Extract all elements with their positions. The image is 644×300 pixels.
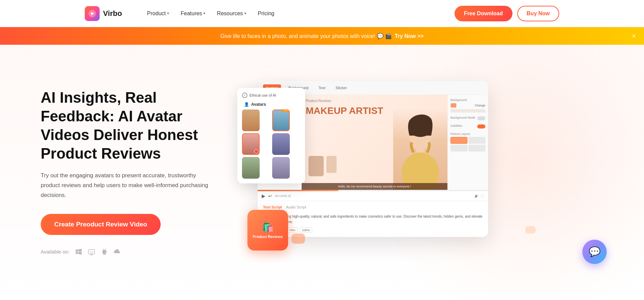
panel-bg-row: Change — [450, 103, 485, 108]
promo-banner: Give life to faces in a photo, and anima… — [0, 27, 644, 45]
panel-bg-mode-label: Background Mode — [450, 116, 475, 119]
nav-item-pricing[interactable]: Pricing — [253, 8, 279, 19]
playback-bar[interactable] — [258, 190, 488, 191]
nav-item-product[interactable]: Product ▾ — [142, 8, 174, 19]
hero-left: AI Insights, Real Feedback: AI Avatar Vi… — [41, 88, 217, 257]
nav-resources-label: Resources — [217, 11, 243, 17]
toolbar-tab-sticker[interactable]: Sticker — [333, 84, 350, 91]
chevron-down-icon: ▾ — [167, 11, 169, 16]
buy-now-button[interactable]: Buy Now — [517, 6, 559, 21]
change-label[interactable]: Change — [475, 104, 485, 107]
logo-text: Virbo — [103, 9, 122, 18]
panel-color-swatch[interactable] — [450, 103, 457, 108]
chat-bubble-right — [525, 226, 536, 234]
panel-bg-label: Background — [450, 98, 485, 102]
script-controls: Speed 1.0× +0% 100% — [263, 227, 483, 233]
fanny-badge: Fanny — [281, 109, 290, 112]
layout-option-1[interactable] — [450, 137, 467, 144]
avatar-thumb[interactable]: Fanny — [272, 109, 290, 131]
avatars-title: 👤 Avatars — [242, 102, 300, 109]
panel-bg-section: Background Change — [450, 98, 485, 113]
hero-subtitle: Try out the engaging avatars to present … — [41, 171, 217, 200]
avatar-grid: Fanny — [242, 109, 300, 179]
ui-secondary-card: ✓ Ethical use of AI 👤 Avatars Fanny — [237, 88, 305, 183]
avatar-thumb[interactable] — [272, 157, 290, 179]
toolbar-tab-text[interactable]: Text — [316, 84, 328, 91]
preview-title: MAKEUP ARTIST — [306, 105, 383, 117]
layout-option-2[interactable] — [468, 137, 485, 144]
svg-text:OS: OS — [90, 251, 93, 253]
ethical-label: Ethical use of AI — [249, 93, 276, 97]
nav-actions: Free Download Buy Now — [455, 6, 559, 21]
panel-subtitles-row: Subtitles — [450, 124, 485, 129]
logo-area[interactable]: Virbo — [85, 6, 122, 21]
layout-preview — [450, 137, 485, 152]
script-tabs: Text Script Audio Script — [263, 205, 483, 211]
svg-point-4 — [103, 248, 104, 249]
nav-links: Product ▾ Features ▾ Resources ▾ Pricing — [142, 8, 441, 19]
android-icon — [100, 247, 109, 257]
hero-right: ✓ Ethical use of AI 👤 Avatars Fanny — [237, 74, 603, 271]
panel-subtitles-label: Subtitles — [450, 124, 462, 127]
nav-features-label: Features — [181, 11, 202, 17]
avatar-thumb[interactable] — [242, 157, 260, 179]
audio-script-tab[interactable]: Audio Script — [286, 205, 306, 211]
preview-category-label: Product Reviews — [306, 99, 331, 103]
macos-icon: OS — [87, 247, 96, 257]
windows-icon — [74, 247, 83, 257]
bg-mode-toggle[interactable] — [477, 116, 485, 120]
hero-title: AI Insights, Real Feedback: AI Avatar Vi… — [41, 88, 217, 163]
volume-btn[interactable]: 100% — [300, 227, 312, 233]
play-button[interactable]: ▶ — [262, 193, 265, 199]
card-right-panel: Background Change Background Mode — [447, 95, 488, 190]
logo-icon — [85, 6, 100, 21]
avatar-thumb[interactable] — [272, 133, 290, 155]
video-caption: Hello, let me recommend beauty secrets t… — [302, 183, 447, 190]
available-on: Available on: OS — [41, 247, 217, 257]
layout-option-3[interactable] — [450, 145, 467, 152]
pitch-btn[interactable]: +0% — [287, 227, 298, 233]
avatar-thumb[interactable] — [242, 133, 260, 155]
playback-time: 00:14/05:25 — [275, 194, 291, 198]
create-video-button[interactable]: Create Preoduct Review Video — [41, 214, 161, 235]
panel-bg-mode-section: Background Mode — [450, 116, 485, 121]
product-reviews-icon: 🛍️ — [262, 221, 274, 233]
playback-progress — [258, 190, 338, 191]
web-icon — [113, 247, 122, 257]
card-preview: Product Reviews MAKEUP ARTIST — [302, 95, 447, 190]
banner-message: Give life to faces in a photo, and anima… — [220, 33, 392, 39]
chat-bubble-left — [291, 234, 305, 244]
ethical-icon: ✓ — [242, 93, 247, 98]
script-content: Focus on selecting high-quality, natural… — [263, 214, 483, 225]
rewind-button[interactable]: ↩ — [268, 193, 272, 199]
hero-section: AI Insights, Real Feedback: AI Avatar Vi… — [0, 45, 644, 300]
fullscreen-icon[interactable]: ⛶ — [481, 194, 484, 198]
panel-layout-label: Picture Layout — [450, 132, 485, 136]
free-download-button[interactable]: Free Download — [455, 6, 512, 21]
svg-point-5 — [105, 248, 106, 249]
navbar: Virbo Product ▾ Features ▾ Resources ▾ P… — [0, 0, 644, 27]
svg-rect-3 — [103, 253, 106, 255]
panel-subtitles-section: Subtitles — [450, 124, 485, 129]
card-script-area: Text Script Audio Script Focus on select… — [258, 201, 488, 237]
subtitles-toggle[interactable] — [477, 124, 485, 128]
panel-layout-section: Picture Layout — [450, 132, 485, 152]
ethical-badge: ✓ Ethical use of AI — [242, 93, 300, 98]
available-on-label: Available on: — [41, 249, 70, 255]
nav-item-features[interactable]: Features ▾ — [176, 8, 210, 19]
nav-item-resources[interactable]: Resources ▾ — [212, 8, 251, 19]
banner-close-button[interactable]: × — [632, 33, 636, 39]
volume-icon[interactable]: 🔊 — [475, 194, 478, 198]
banner-cta-link[interactable]: Try Now >> — [395, 33, 424, 39]
nav-pricing-label: Pricing — [258, 11, 275, 16]
product-reviews-label: Product Reviews — [253, 235, 283, 239]
chevron-down-icon: ▾ — [203, 11, 205, 16]
chat-widget[interactable]: 💬 — [582, 240, 607, 264]
layout-option-4[interactable] — [468, 145, 485, 152]
preview-avatar-person — [393, 108, 447, 190]
chat-widget-icon: 💬 — [589, 246, 601, 257]
nav-product-label: Product — [147, 11, 166, 17]
product-reviews-badge[interactable]: 🛍️ Product Reviews — [247, 210, 288, 251]
play-controls: ▶ ↩ 00:14/05:25 🔊 ⛶ — [258, 191, 488, 201]
avatar-thumb[interactable] — [242, 109, 260, 131]
